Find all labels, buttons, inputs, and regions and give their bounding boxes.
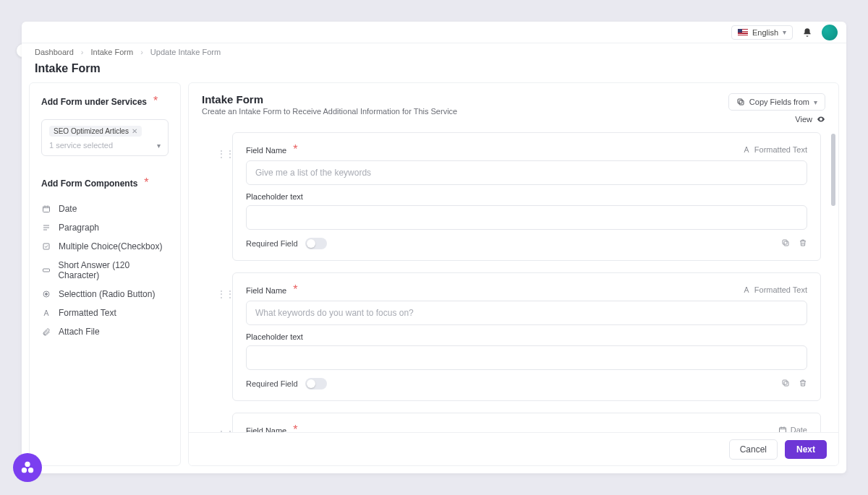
form-field-card: ⋮⋮ Field Name * Formatted Text Placehold… (232, 132, 821, 261)
required-star: * (290, 143, 298, 155)
field-name-input[interactable] (246, 301, 807, 325)
svg-rect-7 (784, 241, 788, 246)
service-select[interactable]: SEO Optimized Articles ✕ 1 service selec… (41, 119, 169, 156)
field-type-label: Formatted Text (754, 285, 807, 294)
component-date[interactable]: Date (41, 204, 169, 214)
component-label: Attach File (59, 327, 100, 337)
right-header: Intake Form Create an Intake Form to Rec… (189, 83, 838, 129)
radio-icon (41, 290, 51, 298)
formatted-text-icon (742, 285, 751, 294)
breadcrumb: Dashboard › Intake Form › Update Intake … (35, 48, 833, 56)
view-toggle[interactable]: View (795, 115, 825, 124)
right-panel: Intake Form Create an Intake Form to Rec… (188, 82, 839, 466)
svg-rect-0 (43, 207, 50, 212)
field-row-header: Field Name * Formatted Text (246, 143, 807, 156)
field-name-label: Field Name (246, 286, 286, 295)
component-label: Formatted Text (59, 308, 116, 318)
svg-rect-10 (783, 380, 787, 384)
delete-button[interactable] (799, 377, 807, 390)
view-label: View (795, 115, 812, 124)
drag-handle-icon[interactable]: ⋮⋮ (217, 289, 234, 299)
formatted-text-icon (742, 145, 751, 154)
field-type[interactable]: Formatted Text (742, 145, 807, 154)
required-toggle[interactable] (305, 378, 327, 389)
duplicate-button[interactable] (781, 377, 790, 390)
svg-rect-11 (779, 428, 786, 433)
placeholder-input[interactable] (246, 345, 807, 370)
scrollbar-thumb[interactable] (831, 134, 835, 206)
field-type[interactable]: Formatted Text (742, 285, 807, 294)
field-type[interactable]: Date (778, 426, 807, 432)
placeholder-label: Placeholder text (246, 332, 807, 341)
form-field-card: ⋮⋮ Field Name * Date (232, 413, 821, 432)
left-panel: Add Form under Services * SEO Optimized … (29, 82, 181, 466)
component-list: Date Paragraph Multiple Choice(Checkbox) (41, 204, 169, 337)
component-label: Selecttion (Radio Button) (59, 289, 155, 299)
field-name-input[interactable] (246, 160, 807, 185)
formatted-text-icon (41, 309, 51, 317)
component-radio[interactable]: Selecttion (Radio Button) (41, 289, 169, 299)
right-header-actions: Copy Fields from ▾ View (728, 93, 825, 124)
required-toggle[interactable] (305, 238, 327, 249)
required-star: * (290, 423, 298, 432)
component-short-answer[interactable]: Short Answer (120 Character) (41, 260, 169, 280)
component-formatted-text[interactable]: Formatted Text (41, 308, 169, 318)
placeholder-label: Placeholder text (246, 192, 807, 201)
required-label: Required Field (246, 239, 298, 248)
cancel-button[interactable]: Cancel (729, 439, 778, 460)
chevron-right-icon: › (81, 48, 84, 56)
breadcrumb-item[interactable]: Intake Form (91, 48, 134, 56)
chevron-down-icon: ▾ (157, 142, 161, 150)
form-subheading: Create an Intake Form to Receive Additio… (202, 107, 457, 116)
svg-point-12 (25, 462, 30, 467)
checkbox-icon (41, 242, 51, 251)
drag-handle-icon[interactable]: ⋮⋮ (217, 429, 234, 432)
short-answer-icon (41, 266, 51, 275)
next-button[interactable]: Next (785, 440, 827, 459)
brand-logo[interactable] (13, 453, 42, 482)
trash-icon (799, 379, 807, 387)
services-label: Add Form under Services (41, 97, 147, 107)
breadcrumb-item[interactable]: Dashboard (35, 48, 74, 56)
page-title: Intake Form (35, 62, 833, 75)
attach-file-icon (41, 327, 51, 336)
drag-handle-icon[interactable]: ⋮⋮ (217, 149, 234, 159)
required-star: * (141, 176, 149, 189)
field-name-label: Field Name (246, 426, 286, 432)
paragraph-icon (41, 223, 51, 232)
component-attach-file[interactable]: Attach File (41, 327, 169, 337)
bell-icon (802, 27, 812, 38)
field-row-header: Field Name * Formatted Text (246, 283, 807, 296)
field-name-label: Field Name (246, 146, 286, 155)
component-label: Short Answer (120 Character) (58, 260, 169, 280)
component-label: Multiple Choice(Checkbox) (59, 241, 162, 251)
calendar-icon (41, 205, 51, 213)
chevron-down-icon: ▾ (783, 28, 786, 36)
notifications-button[interactable] (800, 25, 814, 40)
page-header: Dashboard › Intake Form › Update Intake … (22, 43, 846, 82)
chip-row: SEO Optimized Articles ✕ (49, 126, 161, 137)
field-actions (781, 377, 807, 390)
chip-remove-icon[interactable]: ✕ (132, 127, 137, 135)
delete-button[interactable] (799, 237, 807, 250)
eye-icon (817, 115, 825, 124)
component-multiple-choice[interactable]: Multiple Choice(Checkbox) (41, 241, 169, 251)
component-paragraph[interactable]: Paragraph (41, 223, 169, 233)
copy-fields-button[interactable]: Copy Fields from ▾ (728, 93, 825, 111)
duplicate-button[interactable] (781, 237, 790, 250)
placeholder-input[interactable] (246, 205, 807, 230)
svg-rect-1 (43, 244, 49, 249)
svg-point-14 (28, 468, 33, 473)
field-type-label: Date (791, 426, 807, 432)
svg-rect-5 (739, 100, 744, 105)
avatar[interactable] (822, 25, 838, 40)
chip-label: SEO Optimized Articles (54, 127, 129, 135)
svg-rect-9 (784, 382, 788, 386)
form-field-card: ⋮⋮ Field Name * Formatted Text Placehold… (232, 272, 821, 401)
field-type-label: Formatted Text (754, 145, 807, 154)
svg-point-13 (22, 468, 27, 473)
language-selector[interactable]: English ▾ (731, 25, 793, 40)
form-scroll[interactable]: ⋮⋮ Field Name * Formatted Text Placehold… (189, 129, 838, 432)
service-placeholder-row: 1 service selected ▾ (49, 141, 161, 150)
field-row-header: Field Name * Date (246, 423, 807, 432)
